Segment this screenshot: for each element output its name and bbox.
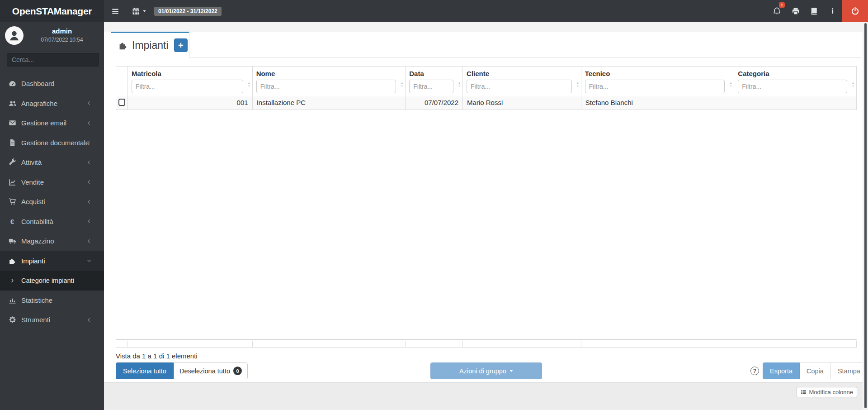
column-header-data[interactable]: Data (406, 67, 463, 79)
sort-arrows-icon[interactable]: ▲▼ (247, 81, 251, 88)
info-icon: i (831, 7, 834, 16)
checkbox-cell (116, 96, 128, 110)
column-label: Tecnico (581, 67, 734, 77)
cell-tecnico: Stefano Bianchi (581, 96, 735, 110)
column-header-categoria[interactable]: Categoria (734, 67, 856, 79)
cell-matricola: 001 (128, 96, 253, 110)
info-button[interactable]: i (823, 0, 842, 22)
table-row[interactable]: 001Installazione PC07/07/2022Mario Rossi… (116, 96, 857, 110)
filter-input-nome[interactable] (256, 80, 396, 93)
scrollbar-thumb[interactable] (864, 23, 867, 408)
sort-arrows-icon[interactable]: ▲▼ (576, 81, 580, 88)
envelope-icon (9, 119, 16, 127)
calendar-icon (132, 7, 140, 15)
angle-left-icon (86, 160, 92, 165)
search-input[interactable] (7, 56, 97, 63)
column-header-nome[interactable]: Nome (253, 67, 406, 79)
table-footer-strip (116, 341, 857, 348)
tab-strip-border (111, 57, 861, 57)
angle-left-icon (86, 120, 92, 126)
notifications-button[interactable]: 1 (768, 0, 786, 22)
filter-input-tecnico[interactable] (585, 80, 725, 93)
sort-arrows-icon[interactable]: ▲▼ (400, 81, 404, 88)
sidebar-item-attivita[interactable]: Attività (0, 153, 104, 172)
sidebar: admin 07/07/2022 10:54 DashboardAnagrafi… (0, 22, 104, 410)
sidebar-item-statistiche[interactable]: Statistiche (0, 291, 104, 310)
sidebar-item-vendite[interactable]: Vendite (0, 172, 104, 192)
filter-input-cliente[interactable] (467, 80, 572, 93)
select-all-button[interactable]: Seleziona tutto (116, 362, 174, 379)
table-bottom-border (116, 339, 857, 340)
filter-input-categoria[interactable] (738, 80, 847, 93)
column-header-matricola[interactable]: Matricola (128, 67, 253, 79)
group-actions-button[interactable]: Azioni di gruppo (430, 362, 542, 379)
sidebar-item-label: Anagrafiche (21, 100, 57, 107)
print-button[interactable] (786, 0, 805, 22)
chartline-icon (9, 178, 16, 186)
file-icon (9, 139, 16, 147)
sidebar-item-anagrafiche[interactable]: Anagrafiche (0, 94, 104, 114)
table-body: 001Installazione PC07/07/2022Mario Rossi… (116, 96, 857, 110)
footer-cell (116, 341, 128, 347)
deselect-all-button[interactable]: Deseleziona tutto 0 (174, 362, 248, 379)
export-button[interactable]: Esporta (763, 362, 800, 379)
caret-down-icon (509, 370, 513, 372)
sidebar-item-impianti[interactable]: Impianti (0, 251, 104, 271)
logout-button[interactable] (842, 0, 868, 22)
docs-button[interactable] (805, 0, 823, 22)
sidebar-item-dashboard[interactable]: Dashboard (0, 74, 104, 94)
sidebar-item-gestione-email[interactable]: Gestione email (0, 113, 104, 133)
angle-left-icon (86, 179, 92, 185)
cell-nome: Installazione PC (253, 96, 406, 110)
edit-columns-button[interactable]: Modifica colonne (797, 387, 857, 397)
puzzle-icon (9, 257, 16, 265)
cell-cliente: Mario Rossi (463, 96, 581, 110)
deselect-all-label: Deseleziona tutto (179, 367, 230, 375)
sort-arrows-icon[interactable]: ▲▼ (458, 81, 461, 88)
printer-icon (792, 7, 800, 15)
sidebar-item-acquisti[interactable]: Acquisti (0, 192, 104, 212)
sidebar-item-label: Categorie impianti (21, 277, 74, 284)
help-icon[interactable]: ? (750, 367, 759, 375)
copy-button[interactable]: Copia (800, 362, 831, 379)
filter-input-data[interactable] (409, 80, 453, 93)
filter-cell-cliente: ▲▼ (463, 79, 581, 96)
tab-impianti[interactable]: Impianti (111, 32, 189, 57)
date-range-badge[interactable]: 01/01/2022 - 31/12/2022 (154, 7, 222, 16)
sidebar-toggle-button[interactable] (106, 0, 125, 22)
user-icon (8, 29, 20, 42)
sidebar-item-contabilita[interactable]: €Contabilità (0, 212, 104, 232)
main-content: Impianti MatricolaNomeDataClienteTecnico… (104, 22, 868, 410)
sidebar-item-label: Vendite (21, 178, 44, 186)
period-picker-button[interactable] (129, 0, 150, 22)
power-icon (851, 7, 859, 15)
sidebar-item-gestione-documentale[interactable]: Gestione documentale (0, 133, 104, 153)
add-record-button[interactable] (174, 38, 188, 52)
scrollbar-track[interactable] (863, 22, 868, 410)
users-icon (9, 100, 16, 107)
row-checkbox[interactable] (118, 99, 125, 106)
cell-categoria (734, 96, 856, 110)
column-label: Data (406, 67, 462, 77)
group-actions-label: Azioni di gruppo (459, 367, 506, 375)
sidebar-item-strumenti[interactable]: Strumenti (0, 310, 104, 330)
angle-left-icon (86, 140, 92, 145)
angle-right-icon (9, 278, 15, 283)
filter-input-matricola[interactable] (132, 80, 243, 93)
export-button-group: Esporta Copia Stampa (763, 362, 868, 379)
angle-left-icon (86, 100, 92, 106)
euro-icon: € (10, 218, 14, 225)
bell-icon (773, 7, 781, 15)
sort-arrows-icon[interactable]: ▲▼ (729, 81, 732, 88)
column-header-cliente[interactable]: Cliente (463, 67, 581, 79)
sidebar-item-label: Impianti (21, 257, 45, 265)
sidebar-item-categorie-impianti[interactable]: Categorie impianti (0, 271, 104, 291)
sidebar-item-magazzino[interactable]: Magazzino (0, 231, 104, 251)
print-table-button[interactable]: Stampa (831, 362, 868, 379)
column-header-tecnico[interactable]: Tecnico (581, 67, 735, 79)
filter-cell-nome: ▲▼ (253, 79, 406, 96)
sidebar-item-label: Contabilità (21, 218, 53, 225)
sidebar-item-label: Strumenti (21, 316, 50, 324)
sort-arrows-icon[interactable]: ▲▼ (851, 81, 855, 88)
footer-cell (128, 341, 253, 347)
